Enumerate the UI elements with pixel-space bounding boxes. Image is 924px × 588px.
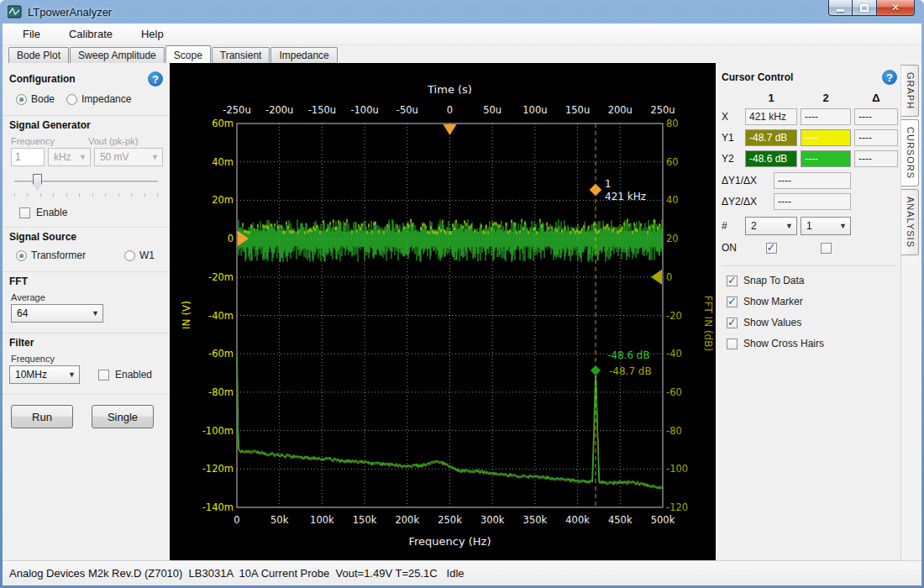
configuration-help-icon[interactable]: ? — [148, 71, 163, 87]
checkbox-icon[interactable] — [727, 297, 738, 307]
menu-calibrate[interactable]: Calibrate — [60, 25, 121, 43]
cursor1-channel-select[interactable]: 2 ▼ — [745, 217, 797, 235]
average-select[interactable]: 64 ▼ — [11, 304, 103, 323]
svg-text:-48.7 dB: -48.7 dB — [609, 365, 652, 377]
filter-frequency-label: Frequency — [11, 354, 163, 364]
cursor-help-icon[interactable]: ? — [882, 70, 897, 85]
svg-text:0: 0 — [228, 233, 234, 244]
dy1dx-value: ---- — [774, 172, 851, 189]
svg-text:150u: 150u — [565, 104, 590, 116]
filter-enabled-row[interactable]: Enabled — [98, 369, 152, 381]
tab-sweep-amplitude[interactable]: Sweep Amplitude — [70, 47, 165, 63]
chevron-down-icon: ▼ — [151, 153, 159, 161]
dy1dx-label: ΔY1/ΔX — [722, 175, 770, 186]
svg-text:-200u: -200u — [265, 104, 293, 116]
close-button[interactable]: ✕ — [877, 0, 915, 16]
maximize-button[interactable] — [853, 0, 877, 16]
checkbox-icon[interactable] — [727, 276, 738, 286]
minimize-button[interactable] — [828, 0, 853, 16]
svg-text:100k: 100k — [310, 514, 334, 526]
divider — [722, 265, 895, 266]
tab-scope[interactable]: Scope — [165, 45, 211, 63]
radio-icon[interactable] — [16, 94, 27, 105]
option-show-cross-hairs[interactable]: Show Cross Hairs — [727, 338, 897, 349]
status-bar: Analog Devices M2k Rev.D (Z7010) LB3031A… — [3, 560, 921, 585]
cursor2-on-checkbox[interactable] — [821, 243, 832, 254]
radio-config-bode[interactable]: Bode — [16, 93, 55, 105]
single-button[interactable]: Single — [92, 405, 154, 428]
svg-text:-100u: -100u — [350, 104, 378, 116]
enable-checkbox[interactable] — [19, 207, 30, 218]
option-snap-to-data[interactable]: Snap To Data — [727, 275, 897, 286]
svg-text:60: 60 — [666, 156, 679, 168]
svg-text:-40m: -40m — [208, 310, 234, 322]
side-tab-graph[interactable]: GRAPH — [901, 65, 919, 117]
x-cursor2-value: ---- — [801, 108, 851, 125]
radio-config-impedance[interactable]: Impedance — [66, 93, 131, 105]
signal-source-title: Signal Source — [9, 231, 76, 243]
cursor2-channel-select[interactable]: 1 ▼ — [801, 217, 851, 235]
dy2dx-label: ΔY2/ΔX — [722, 196, 770, 207]
run-button[interactable]: Run — [11, 405, 73, 428]
main-content: Configuration ? BodeImpedance Signal Gen… — [3, 63, 921, 560]
checkbox-icon[interactable] — [727, 339, 738, 349]
configuration-section: Configuration ? BodeImpedance — [3, 68, 170, 116]
filter-enabled-checkbox[interactable] — [98, 370, 109, 381]
side-tab-strip: GRAPHCURSORSANALYSIS — [900, 63, 921, 560]
svg-text:421 kHz: 421 kHz — [605, 191, 646, 202]
window-title: LTpowerAnalyzer — [28, 6, 112, 18]
y1-cursor1-value: -48.7 dB — [745, 129, 797, 146]
title-bar[interactable]: LTpowerAnalyzer ✕ — [3, 0, 921, 24]
svg-text:Frequency (Hz): Frequency (Hz) — [408, 535, 491, 548]
tab-transient[interactable]: Transient — [212, 47, 270, 63]
svg-text:20m: 20m — [212, 194, 234, 206]
option-show-values[interactable]: Show Values — [727, 317, 897, 328]
filter-enabled-label: Enabled — [115, 369, 152, 381]
vout-select[interactable]: 50 mV ▼ — [94, 148, 163, 166]
scope-plot[interactable]: 1421 kHz-48.6 dB-48.7 dB-250u-200u-150u-… — [170, 63, 716, 560]
maximize-icon — [860, 4, 869, 12]
checkbox-icon[interactable] — [727, 318, 738, 328]
chevron-down-icon: ▼ — [79, 153, 87, 161]
x-delta-value: ---- — [854, 108, 898, 125]
svg-text:Time (s): Time (s) — [427, 83, 472, 96]
radio-source-w1[interactable]: W1 — [124, 249, 155, 261]
x-row-label: X — [722, 111, 742, 123]
radio-icon[interactable] — [16, 250, 27, 261]
svg-text:-80m: -80m — [208, 386, 234, 398]
side-tab-cursors[interactable]: CURSORS — [901, 119, 919, 186]
svg-text:50k: 50k — [270, 514, 289, 526]
y1-cursor2-value: ---- — [801, 129, 851, 146]
y2-cursor2-value: ---- — [801, 150, 851, 167]
frequency-unit-select[interactable]: kHz ▼ — [48, 148, 91, 166]
filter-frequency-select[interactable]: 10MHz ▼ — [9, 365, 80, 384]
cursor-count-label: # — [722, 220, 742, 232]
svg-text:60m: 60m — [212, 118, 234, 129]
frequency-slider[interactable] — [13, 173, 160, 198]
slider-thumb[interactable] — [33, 174, 42, 190]
scope-plot-canvas[interactable]: 1421 kHz-48.6 dB-48.7 dB-250u-200u-150u-… — [170, 63, 716, 560]
menu-bar: FileCalibrateHelp — [3, 24, 921, 45]
radio-icon[interactable] — [66, 94, 77, 105]
radio-icon[interactable] — [124, 250, 135, 261]
side-tab-analysis[interactable]: ANALYSIS — [901, 189, 919, 255]
svg-text:350k: 350k — [523, 514, 548, 526]
app-logo-icon — [8, 5, 22, 18]
menu-help[interactable]: Help — [133, 25, 172, 43]
chevron-down-icon: ▼ — [68, 370, 76, 379]
tab-bode-plot[interactable]: Bode Plot — [8, 47, 69, 63]
y2-row-label: Y2 — [722, 153, 742, 165]
frequency-input[interactable] — [11, 148, 45, 166]
svg-text:250k: 250k — [438, 514, 462, 526]
tab-impedance[interactable]: Impedance — [270, 47, 337, 63]
radio-source-transformer[interactable]: Transformer — [16, 249, 86, 261]
svg-text:0: 0 — [234, 514, 239, 526]
enable-checkbox-row[interactable]: Enable — [19, 207, 163, 218]
filter-section: Filter Frequency 10MHz ▼ Enabled — [3, 333, 170, 395]
average-label: Average — [11, 292, 163, 302]
svg-text:-140m: -140m — [202, 501, 234, 513]
control-sidebar: Configuration ? BodeImpedance Signal Gen… — [3, 63, 170, 560]
menu-file[interactable]: File — [14, 25, 49, 43]
cursor1-on-checkbox[interactable] — [766, 243, 777, 254]
option-show-marker[interactable]: Show Marker — [727, 296, 897, 307]
